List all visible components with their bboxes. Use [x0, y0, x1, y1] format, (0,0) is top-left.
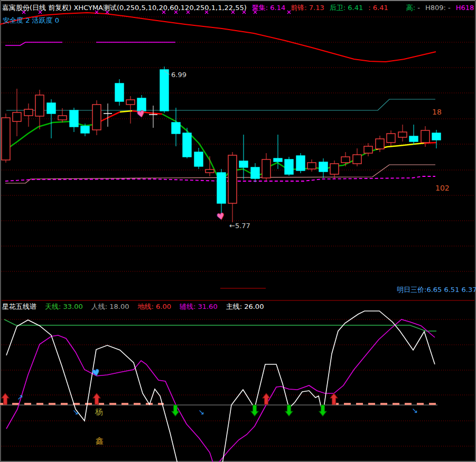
titlebar-field-2: 后卫: 6.41 — [330, 4, 363, 12]
candle-body — [24, 109, 33, 116]
candle-body — [172, 122, 180, 134]
heart-marker: ♥ — [216, 211, 226, 223]
candle-body — [217, 173, 226, 203]
indicator-field-4: 主线: 26.00 — [226, 303, 264, 310]
candle-body — [398, 132, 407, 137]
candle-body — [126, 100, 135, 105]
candle-body — [239, 161, 248, 167]
candle-body — [432, 133, 441, 140]
safety-curve — [0, 13, 436, 62]
titlebar-field-6: H618: - — [456, 4, 474, 12]
candle-body — [2, 118, 10, 160]
titlebar-field-0: 聚集: 6.14 — [252, 4, 285, 12]
indicator-title: 星花五线谱 — [2, 303, 36, 310]
fu-line — [6, 319, 435, 462]
candle-body — [194, 152, 203, 166]
candle-body — [409, 136, 418, 142]
title-bar: 嘉寓股份(日线 前复权) XHCYMA测试(0,250,5,10,20,60,1… — [2, 2, 474, 14]
right-axis-label-102: 102 — [435, 184, 450, 192]
candle-body — [307, 163, 316, 169]
blue-arrow-icon: ↘ — [198, 408, 204, 416]
candle-body — [206, 169, 214, 173]
teal-step-line — [6, 99, 435, 110]
info-row: 安全度 2 活跃度 0 — [3, 16, 59, 25]
candle-body — [183, 133, 191, 157]
indicator-field-2: 地线: 6.00 — [137, 303, 171, 310]
peak-price-label: 6.99 — [171, 71, 186, 79]
candle-body — [341, 157, 350, 163]
candle-body — [353, 155, 361, 164]
candle-body — [262, 159, 270, 178]
sell-arrow-icon — [285, 405, 293, 416]
window-title: 嘉寓股份(日线 前复权) XHCYMA测试(0,250,5,10,20,60,1… — [2, 4, 247, 12]
candle-body — [319, 162, 328, 172]
candle-body — [421, 130, 430, 143]
candle-body — [35, 95, 44, 116]
candle-body — [70, 110, 78, 127]
candle-body — [251, 167, 259, 178]
candle-body — [13, 112, 21, 121]
candle-body — [115, 83, 124, 101]
candle-body — [92, 105, 101, 130]
sell-arrow-icon — [172, 405, 179, 416]
blue-arrow-icon: ↘ — [72, 408, 79, 416]
zhu-line — [6, 311, 435, 462]
ma-line-ma_green — [6, 121, 94, 149]
candle-body — [47, 103, 55, 114]
candle-body — [296, 156, 305, 171]
low-price-label: ←5.77 — [229, 222, 250, 230]
indicator-field-1: 人线: 18.00 — [91, 303, 129, 310]
buy-arrow-icon — [2, 393, 9, 404]
blue-arrow-icon: ↘ — [412, 406, 418, 414]
candle-body — [364, 146, 372, 153]
blue-arrow-icon: ↗ — [17, 393, 23, 401]
titlebar-field-1: 前锋: 7.13 — [291, 4, 324, 12]
indicator-field-0: 天线: 33.00 — [45, 303, 83, 310]
blue-heart-marker: ♥ — [91, 367, 101, 379]
candle-body — [160, 70, 169, 111]
right-axis-label-18: 18 — [432, 108, 442, 116]
indicator-field-3: 辅线: 31.60 — [180, 303, 218, 310]
candle-body — [228, 155, 237, 203]
magenta-top-line — [5, 42, 62, 45]
stock-app-window: 6.99←5.7718102明日三价:6.65 6.51 6.37♥♥↗↘↘↘杨… — [0, 0, 476, 462]
candle-body — [330, 164, 339, 174]
chart-canvas[interactable]: 6.99←5.7718102明日三价:6.65 6.51 6.37♥♥↗↘↘↘杨… — [0, 0, 476, 462]
sell-arrow-icon — [319, 405, 326, 416]
candle-body — [285, 159, 293, 174]
tian-line — [4, 319, 436, 331]
sell-arrow-icon — [251, 405, 258, 416]
titlebar-field-5: H809: - — [425, 4, 451, 12]
indicator-header: 星花五线谱天线: 33.00人线: 18.00地线: 6.00辅线: 31.60… — [2, 302, 272, 312]
candle-body — [387, 134, 395, 143]
candle-body — [81, 126, 89, 133]
candle-body — [376, 139, 384, 149]
watermark-yang: 杨 — [95, 407, 103, 417]
watermark-xin: 鑫 — [96, 436, 104, 446]
titlebar-field-3: : 6.41 — [368, 4, 388, 12]
candle-body — [58, 116, 67, 120]
tomorrow-prices-label: 明日三价:6.65 6.51 6.37 — [397, 286, 476, 294]
titlebar-field-4: 高: - — [406, 4, 420, 12]
candle-body — [274, 158, 282, 162]
